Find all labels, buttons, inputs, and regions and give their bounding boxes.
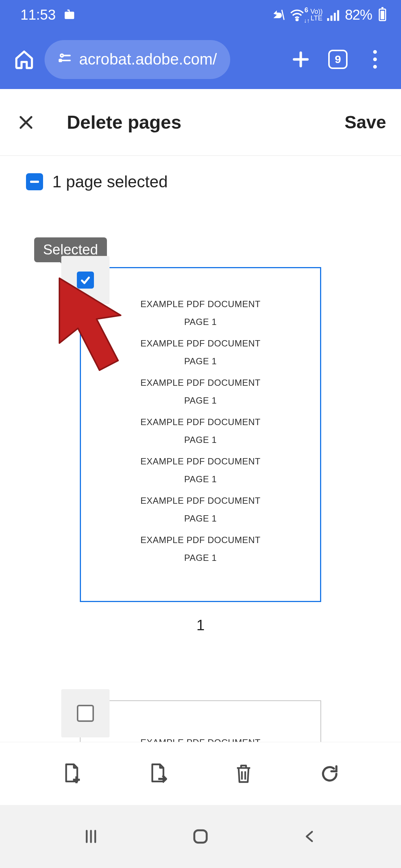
page-thumbnail-2[interactable]: EXAMPLE PDF DOCUMENT PAGE 2 xyxy=(0,634,401,742)
system-nav-bar xyxy=(0,805,401,868)
wifi-icon: 6 ↓↑ xyxy=(290,9,304,21)
battery-icon xyxy=(379,9,386,21)
svg-rect-4 xyxy=(330,16,332,21)
selection-summary: 1 page selected xyxy=(0,156,401,198)
preview-text: PAGE 1 xyxy=(184,317,217,327)
bottom-toolbar xyxy=(0,742,401,805)
vibrate-icon xyxy=(272,8,285,22)
svg-rect-6 xyxy=(337,10,339,21)
preview-text: EXAMPLE PDF DOCUMENT xyxy=(140,378,260,388)
close-button[interactable] xyxy=(15,111,37,134)
signal-icon xyxy=(327,9,340,21)
page-list[interactable]: Selected EXAMPLE PDF DOCUMENT PAGE 1 EXA… xyxy=(0,223,401,742)
page-preview-1: EXAMPLE PDF DOCUMENT PAGE 1 EXAMPLE PDF … xyxy=(80,267,321,602)
page-title: Delete pages xyxy=(67,112,345,133)
preview-text: EXAMPLE PDF DOCUMENT xyxy=(140,535,260,545)
nav-recents-button[interactable] xyxy=(72,818,110,855)
page-number-1: 1 xyxy=(196,617,205,634)
preview-text: EXAMPLE PDF DOCUMENT xyxy=(140,417,260,427)
svg-rect-0 xyxy=(65,12,74,19)
browser-menu-button[interactable] xyxy=(360,45,390,74)
checkbox-unchecked-icon xyxy=(77,705,94,722)
battery-percent: 82% xyxy=(345,7,372,23)
indeterminate-icon xyxy=(30,181,39,183)
screenshot-icon xyxy=(63,9,76,21)
page-checkbox-1[interactable] xyxy=(61,256,110,304)
nav-home-button[interactable] xyxy=(182,818,219,855)
preview-text: EXAMPLE PDF DOCUMENT xyxy=(140,456,260,467)
select-all-checkbox[interactable] xyxy=(26,173,43,190)
extract-page-button[interactable] xyxy=(143,759,172,789)
page-header: Delete pages Save xyxy=(0,89,401,156)
preview-text: EXAMPLE PDF DOCUMENT xyxy=(140,299,260,309)
preview-text: EXAMPLE PDF DOCUMENT xyxy=(140,338,260,349)
status-bar: 11:53 6 ↓↑ Vo)) LTE 82% xyxy=(0,0,401,30)
status-time: 11:53 xyxy=(20,7,56,23)
site-settings-icon[interactable] xyxy=(58,51,72,68)
tab-count: 9 xyxy=(328,50,348,69)
preview-text: PAGE 1 xyxy=(184,513,217,524)
page-thumbnail-1[interactable]: Selected EXAMPLE PDF DOCUMENT PAGE 1 EXA… xyxy=(0,223,401,634)
preview-text: EXAMPLE PDF DOCUMENT xyxy=(140,496,260,506)
preview-text: PAGE 1 xyxy=(184,435,217,445)
url-bar[interactable]: acrobat.adobe.com/ xyxy=(45,40,230,79)
kebab-icon xyxy=(373,50,377,69)
preview-text: PAGE 1 xyxy=(184,553,217,563)
nav-back-button[interactable] xyxy=(291,818,329,855)
rotate-page-button[interactable] xyxy=(315,759,345,789)
insert-page-button[interactable] xyxy=(56,759,86,789)
delete-page-button[interactable] xyxy=(229,759,258,789)
preview-text: PAGE 1 xyxy=(184,474,217,484)
preview-text: PAGE 1 xyxy=(184,395,217,406)
new-tab-button[interactable] xyxy=(286,45,316,74)
preview-text: PAGE 1 xyxy=(184,356,217,366)
svg-point-7 xyxy=(61,54,63,57)
save-button[interactable]: Save xyxy=(345,112,386,132)
svg-rect-5 xyxy=(334,13,336,21)
svg-line-1 xyxy=(282,10,284,20)
browser-toolbar: acrobat.adobe.com/ 9 xyxy=(0,30,401,89)
checkbox-checked-icon xyxy=(77,272,94,289)
browser-home-button[interactable] xyxy=(11,46,37,72)
volte-icon: Vo)) LTE xyxy=(310,8,323,22)
svg-rect-11 xyxy=(59,60,61,62)
tab-switcher-button[interactable]: 9 xyxy=(323,45,353,74)
page-preview-2: EXAMPLE PDF DOCUMENT PAGE 2 xyxy=(80,700,321,742)
svg-point-2 xyxy=(296,19,298,21)
svg-rect-23 xyxy=(194,830,206,842)
page-checkbox-2[interactable] xyxy=(61,689,110,737)
url-text: acrobat.adobe.com/ xyxy=(79,50,217,68)
svg-rect-3 xyxy=(327,18,329,21)
selection-count-text: 1 page selected xyxy=(52,172,168,191)
preview-text: EXAMPLE PDF DOCUMENT xyxy=(140,737,260,742)
wifi-badge: 6 xyxy=(304,6,308,14)
